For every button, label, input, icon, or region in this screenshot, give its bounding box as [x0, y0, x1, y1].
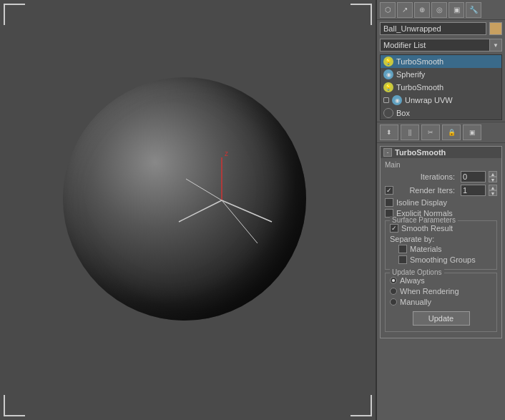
- always-row: Always: [390, 276, 492, 285]
- action-btn-lock[interactable]: 🔒: [442, 124, 461, 140]
- stack-label-spherify: Spherify: [396, 70, 425, 79]
- bracket-top-right: [350, 4, 372, 25]
- stack-icon-turbsmooth-1: 💡: [383, 57, 393, 67]
- tool-btn-1[interactable]: ⬡: [380, 2, 396, 18]
- turbsmooth-section: - TurboSmooth Main Iterations: ▲ ▼ Rende…: [380, 146, 502, 338]
- separate-by-options: Materials Smoothing Groups: [398, 245, 492, 264]
- action-btn-columns[interactable]: ||: [401, 124, 419, 140]
- render-iters-input[interactable]: [461, 185, 486, 196]
- bracket-bottom-right: [350, 395, 372, 416]
- update-button[interactable]: Update: [413, 311, 470, 326]
- object-name-input[interactable]: [380, 22, 486, 35]
- section-body: Main Iterations: ▲ ▼ Render Iters: ▲ ▼: [381, 158, 501, 338]
- stack-item-spherify[interactable]: ◉ Spherify: [381, 68, 501, 81]
- always-radio[interactable]: [390, 277, 397, 284]
- surface-params-title: Surface Parameters: [390, 216, 458, 224]
- isoline-row: Isoline Display: [385, 198, 497, 207]
- stack-icon-box: [383, 108, 393, 118]
- stack-label-turbsmooth-2: TurboSmooth: [396, 83, 443, 92]
- update-options-title: Update Options: [390, 268, 444, 276]
- stack-item-box[interactable]: Box: [381, 107, 501, 119]
- iterations-input[interactable]: [461, 171, 486, 182]
- iterations-row: Iterations: ▲ ▼: [385, 171, 497, 182]
- action-btn-cut[interactable]: ✂: [421, 124, 440, 140]
- stack-icon-unwrap: ◉: [392, 95, 402, 105]
- modifier-stack: 💡 TurboSmooth ◉ Spherify 💡 TurboSmooth ◉…: [380, 54, 502, 120]
- smooth-result-row: Smooth Result: [390, 224, 492, 233]
- render-iters-down[interactable]: ▼: [489, 190, 497, 196]
- modifier-dropdown-arrow[interactable]: ▼: [489, 39, 502, 52]
- stack-label-box: Box: [396, 109, 410, 117]
- smoothing-groups-checkbox[interactable]: [398, 255, 407, 264]
- stack-item-unwrap[interactable]: ◉ Unwrap UVW: [381, 94, 501, 107]
- stack-icon-turbsmooth-2: 💡: [383, 82, 393, 92]
- stack-label-unwrap: Unwrap UVW: [405, 96, 453, 104]
- tool-btn-6[interactable]: 🔧: [466, 2, 481, 18]
- modifier-dropdown[interactable]: Modifier List: [380, 39, 490, 52]
- toolbar: ⬡ ↗ ⊕ ◎ ▣ 🔧: [377, 0, 505, 20]
- when-rendering-label: When Rendering: [400, 287, 459, 296]
- tool-btn-5[interactable]: ▣: [448, 2, 464, 18]
- axis-lines: z: [165, 143, 279, 258]
- tool-btn-4[interactable]: ◎: [431, 2, 447, 18]
- svg-text:z: z: [225, 150, 228, 157]
- viewport: z: [0, 0, 376, 420]
- section-title: TurboSmooth: [395, 148, 446, 157]
- stack-label-turbsmooth-1: TurboSmooth: [396, 57, 443, 66]
- bracket-top-left: [4, 4, 25, 25]
- action-btn-pin[interactable]: ⬍: [380, 124, 398, 140]
- stack-icon-spherify: ◉: [383, 69, 393, 79]
- isoline-label: Isoline Display: [396, 198, 447, 207]
- update-options-group: Update Options Always When Rendering Man…: [385, 273, 497, 332]
- render-iters-row: Render Iters: ▲ ▼: [385, 185, 497, 196]
- smoothing-groups-row: Smoothing Groups: [398, 255, 492, 264]
- always-label: Always: [400, 276, 425, 285]
- svg-line-3: [222, 200, 258, 243]
- render-iters-spinner: ▲ ▼: [489, 185, 497, 196]
- render-iters-up[interactable]: ▲: [489, 185, 497, 190]
- panel-actions: ⬍ || ✂ 🔒 ▣: [377, 122, 505, 143]
- render-iters-checkbox[interactable]: [385, 186, 393, 195]
- separate-by-label: Separate by:: [390, 235, 492, 243]
- tool-btn-3[interactable]: ⊕: [414, 2, 430, 18]
- svg-line-4: [186, 179, 222, 200]
- when-rendering-row: When Rendering: [390, 287, 492, 296]
- svg-line-1: [222, 200, 272, 222]
- section-header[interactable]: - TurboSmooth: [381, 147, 501, 158]
- isoline-checkbox[interactable]: [385, 198, 393, 207]
- modifier-list-row: Modifier List ▼: [377, 37, 505, 53]
- svg-line-2: [179, 200, 222, 222]
- iterations-spinner: ▲ ▼: [489, 171, 497, 182]
- object-name-row: [377, 20, 505, 37]
- surface-params-group: Surface Parameters Smooth Result Separat…: [385, 220, 497, 270]
- lock-icon-unwrap: [383, 97, 389, 103]
- manually-radio[interactable]: [390, 298, 397, 306]
- stack-item-turbsmooth-2[interactable]: 💡 TurboSmooth: [381, 81, 501, 94]
- materials-checkbox[interactable]: [398, 245, 407, 253]
- object-color-swatch[interactable]: [489, 22, 502, 35]
- manually-row: Manually: [390, 298, 492, 306]
- smooth-result-label: Smooth Result: [401, 224, 453, 233]
- manually-label: Manually: [400, 298, 431, 306]
- bracket-bottom-left: [4, 395, 25, 416]
- smoothing-groups-label: Smoothing Groups: [410, 255, 476, 264]
- materials-row: Materials: [398, 245, 492, 253]
- smooth-result-checkbox[interactable]: [390, 224, 398, 233]
- axis-gizmo: z: [165, 143, 279, 258]
- when-rendering-radio[interactable]: [390, 288, 397, 295]
- render-iters-label: Render Iters:: [396, 186, 458, 195]
- iterations-label: Iterations:: [385, 172, 458, 181]
- main-group-label: Main: [385, 161, 497, 169]
- collapse-btn[interactable]: -: [383, 148, 392, 157]
- tool-btn-2[interactable]: ↗: [397, 2, 413, 18]
- iterations-up[interactable]: ▲: [489, 171, 497, 177]
- right-panel: ⬡ ↗ ⊕ ◎ ▣ 🔧 Modifier List ▼ 💡 TurboSmoot…: [376, 0, 505, 420]
- stack-item-turbsmooth-1[interactable]: 💡 TurboSmooth: [381, 55, 501, 68]
- update-btn-container: Update: [390, 308, 492, 328]
- materials-label: Materials: [410, 245, 442, 253]
- iterations-down[interactable]: ▼: [489, 177, 497, 182]
- action-btn-grid[interactable]: ▣: [463, 124, 481, 140]
